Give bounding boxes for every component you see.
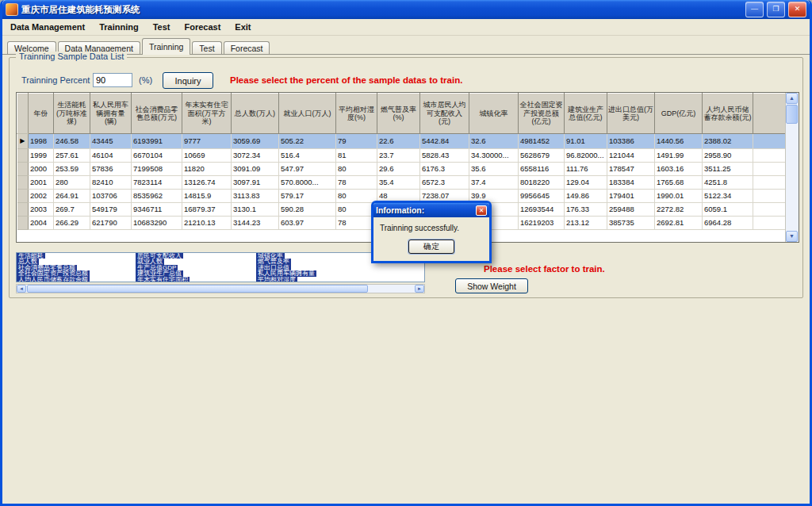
scroll-down-icon[interactable]: ▼ xyxy=(786,231,798,242)
menu-item-trainning[interactable]: Trainning xyxy=(99,22,139,32)
grid-cell: 505.22 xyxy=(279,134,336,149)
dialog-ok-button[interactable]: 确定 xyxy=(408,240,454,254)
grid-cell: 6964.28 xyxy=(703,217,753,230)
grid-header-row: 年份生活能耗(万吨标准煤)私人民用车辆拥有量(辆)社会消费品零售总额(万元)年末… xyxy=(17,94,786,134)
grid-cell: 516.4 xyxy=(279,149,336,163)
grid-cell: 3113.83 xyxy=(232,190,279,203)
horizontal-scrollbar-thumb[interactable] xyxy=(27,285,368,293)
table-row[interactable]: 200128082410782311413126.743097.91570.80… xyxy=(17,176,786,190)
grid-cell: 178547 xyxy=(607,163,655,176)
menu-item-forecast[interactable]: Forecast xyxy=(184,22,220,32)
table-row[interactable]: ▶1998246.5843445619399197773059.69505.22… xyxy=(17,134,786,149)
minimize-button[interactable]: — xyxy=(745,2,764,17)
factor-item[interactable]: 年末实有住宅面积 xyxy=(136,277,190,282)
menu-item-test[interactable]: Test xyxy=(153,22,170,32)
grid-cell: 103706 xyxy=(90,190,132,203)
menu-item-exit[interactable]: Exit xyxy=(235,22,251,32)
grid-cell: 6670104 xyxy=(132,149,182,163)
factor-horizontal-scrollbar[interactable]: ◄ ► xyxy=(16,284,425,293)
grid-cell: 34.30000... xyxy=(469,149,519,163)
grid-cell: 621790 xyxy=(90,217,132,230)
factor-listbox[interactable]: 生活能耗总人数社会消费品零售总额全社会固定资产投资总额人均人民币储蓄存款余额居民… xyxy=(16,252,425,282)
grid-cell: 81 xyxy=(336,149,377,163)
grid-cell: 2692.81 xyxy=(655,217,703,230)
groupbox-title: Trainning Sample Data List xyxy=(16,52,127,61)
close-button[interactable]: ✕ xyxy=(788,2,806,17)
row-marker-header xyxy=(17,94,29,134)
factor-item[interactable]: 人均人民币储蓄存款余额 xyxy=(17,277,90,282)
grid-cell: 43445 xyxy=(90,134,132,149)
grid-cell: 16879.37 xyxy=(182,203,232,217)
row-marker-cell: ▶ xyxy=(17,134,29,149)
tab-trainning[interactable]: Trainning xyxy=(142,38,190,55)
grid-cell: 149.86 xyxy=(565,190,607,203)
grid-cell: 3059.69 xyxy=(232,134,279,149)
menu-bar: Data ManagementTrainningTestForecastExit xyxy=(2,19,810,36)
inquiry-button[interactable]: Inquiry xyxy=(163,72,213,89)
tab-forecast[interactable]: Forecast xyxy=(224,41,270,55)
grid-cell: 1440.56 xyxy=(655,134,703,149)
grid-cell: 7823114 xyxy=(132,176,182,190)
maximize-button[interactable]: ❐ xyxy=(767,2,785,17)
scroll-right-icon[interactable]: ► xyxy=(415,285,424,293)
show-weight-button[interactable]: Show Weight xyxy=(455,278,528,293)
dialog-title-bar[interactable]: Information: ✕ xyxy=(373,203,489,217)
column-header: 城镇化率 xyxy=(469,94,519,134)
vertical-scrollbar-thumb[interactable] xyxy=(786,105,798,124)
grid-cell: 103386 xyxy=(607,134,655,149)
factor-item[interactable]: 平均相对湿度 xyxy=(256,277,297,282)
window-title: 重庆市居住建筑能耗预测系统 xyxy=(21,4,742,16)
column-header: 社会消费品零售总额(万元) xyxy=(132,94,182,134)
grid-cell: 79 xyxy=(336,134,377,149)
grid-cell: 2003 xyxy=(29,203,54,217)
grid-cell: 5628679 xyxy=(519,149,565,163)
tab-test[interactable]: Test xyxy=(192,41,221,55)
grid-cell: 4981452 xyxy=(519,134,565,149)
scroll-up-icon[interactable]: ▲ xyxy=(786,93,798,104)
grid-cell: 579.17 xyxy=(279,190,336,203)
column-header: 燃气普及率(%) xyxy=(377,94,420,134)
grid-cell: 22.6 xyxy=(377,134,420,149)
grid-cell: 280 xyxy=(54,176,90,190)
table-row[interactable]: 2000253.59578367199508118203091.09547.97… xyxy=(17,163,786,176)
title-bar[interactable]: 重庆市居住建筑能耗预测系统 — ❐ ✕ xyxy=(2,0,810,19)
percent-hint-text: Please select the percent of the sample … xyxy=(230,75,462,85)
grid-cell: 266.29 xyxy=(54,217,90,230)
row-marker-cell xyxy=(17,217,29,230)
dialog-close-icon[interactable]: ✕ xyxy=(476,205,487,216)
grid-cell: 264.91 xyxy=(54,190,90,203)
grid-cell: 2272.82 xyxy=(655,203,703,217)
column-header: 平均相对湿度(%) xyxy=(336,94,377,134)
grid-cell: 29.6 xyxy=(377,163,420,176)
grid-vertical-scrollbar[interactable]: ▲ ▼ xyxy=(785,93,799,242)
grid-cell: 37.4 xyxy=(469,176,519,190)
menu-item-data-management[interactable]: Data Management xyxy=(10,22,85,32)
grid-cell: 1765.68 xyxy=(655,176,703,190)
grid-cell: 46104 xyxy=(90,149,132,163)
grid-cell: 385735 xyxy=(607,217,655,230)
training-percent-input[interactable] xyxy=(93,73,132,87)
grid-cell: 9777 xyxy=(182,134,232,149)
grid-cell-filler xyxy=(753,203,786,217)
grid-cell: 91.01 xyxy=(565,134,607,149)
grid-cell: 213.12 xyxy=(565,217,607,230)
grid-cell: 253.59 xyxy=(54,163,90,176)
grid-cell-filler xyxy=(753,149,786,163)
grid-cell: 9956645 xyxy=(519,190,565,203)
grid-cell: 2004 xyxy=(29,217,54,230)
grid-cell: 6059.1 xyxy=(703,203,753,217)
grid-cell: 603.97 xyxy=(279,217,336,230)
dialog-body: Trainning successfully. 确定 xyxy=(373,217,489,261)
grid-cell: 5442.84 xyxy=(420,134,469,149)
grid-cell: 259488 xyxy=(607,203,655,217)
grid-cell: 6176.3 xyxy=(420,163,469,176)
table-row[interactable]: 1999257.61461046670104106693072.34516.48… xyxy=(17,149,786,163)
percent-unit-label: (%) xyxy=(139,75,152,85)
grid-cell: 590.28 xyxy=(279,203,336,217)
scroll-left-icon[interactable]: ◄ xyxy=(17,285,26,293)
app-window: 重庆市居住建筑能耗预测系统 — ❐ ✕ Data ManagementTrain… xyxy=(0,0,812,506)
grid-cell: 23.7 xyxy=(377,149,420,163)
grid-cell: 7199508 xyxy=(132,163,182,176)
grid-cell: 9346711 xyxy=(132,203,182,217)
grid-cell: 35.4 xyxy=(377,176,420,190)
